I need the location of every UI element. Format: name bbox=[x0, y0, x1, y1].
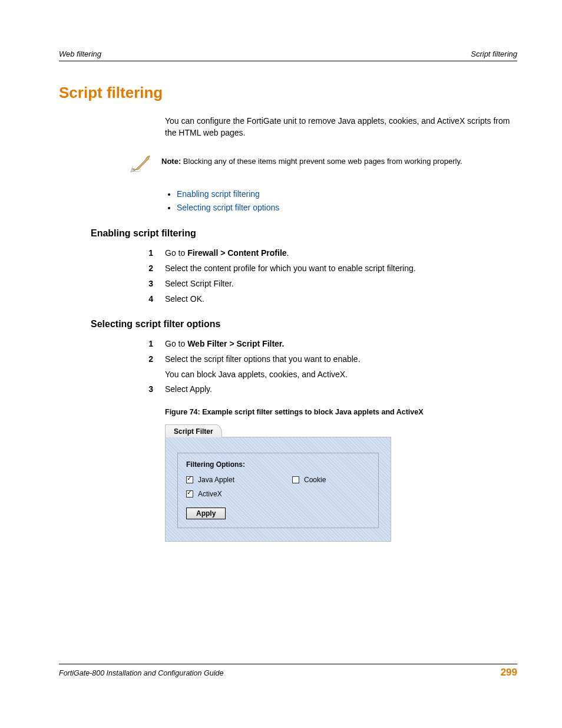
step-number: 2 bbox=[141, 261, 165, 276]
step-body: Select the script filter options that yo… bbox=[165, 352, 517, 383]
step-prefix: Go to bbox=[165, 248, 187, 258]
step-row: 2 Select the content profile for which y… bbox=[141, 261, 517, 276]
step-body: Select Apply. bbox=[165, 382, 517, 397]
step-number: 2 bbox=[141, 352, 165, 383]
step-body: Select OK. bbox=[165, 292, 517, 307]
note-label: Note: bbox=[161, 157, 181, 166]
step-body: Go to Web Filter > Script Filter. bbox=[165, 337, 517, 352]
toc-link-selecting[interactable]: Selecting script filter options bbox=[177, 203, 279, 212]
checkbox-java-applet[interactable] bbox=[186, 476, 193, 483]
step-row: 2 Select the script filter options that … bbox=[141, 352, 517, 383]
toc-link-enabling[interactable]: Enabling script filtering bbox=[177, 189, 260, 199]
footer-rule bbox=[59, 664, 517, 664]
footer-doc-title: FortiGate-800 Installation and Configura… bbox=[59, 669, 223, 677]
figure-caption: Figure 74: Example script filter setting… bbox=[165, 408, 517, 416]
step-text: Select the script filter options that yo… bbox=[165, 354, 361, 364]
checkbox-label-java: Java Applet bbox=[198, 476, 234, 484]
section-heading-selecting: Selecting script filter options bbox=[91, 319, 517, 330]
settings-panel: Filtering Options: Java Applet Cookie Ac… bbox=[165, 437, 391, 542]
toc-list: Enabling script filtering Selecting scri… bbox=[177, 187, 517, 216]
step-row: 3 Select Script Filter. bbox=[141, 276, 517, 292]
header-left: Web filtering bbox=[59, 50, 101, 58]
page-title: Script filtering bbox=[59, 84, 517, 102]
section-heading-enabling: Enabling script filtering bbox=[91, 228, 517, 239]
header-right: Script filtering bbox=[471, 50, 517, 58]
figure-screenshot: Script Filter Filtering Options: Java Ap… bbox=[165, 424, 391, 542]
checkbox-cookie[interactable] bbox=[292, 476, 299, 483]
panel-heading: Filtering Options: bbox=[186, 460, 370, 469]
intro-paragraph: You can configure the FortiGate unit to … bbox=[165, 115, 517, 139]
checkbox-label-cookie: Cookie bbox=[304, 476, 326, 484]
step-body: Select the content profile for which you… bbox=[165, 261, 517, 276]
step-number: 4 bbox=[141, 292, 165, 307]
step-bold: Web Filter > Script Filter. bbox=[187, 339, 284, 348]
note-body: Blocking any of these items might preven… bbox=[181, 157, 462, 166]
step-row: 1 Go to Firewall > Content Profile. bbox=[141, 246, 517, 261]
header-rule bbox=[59, 61, 517, 61]
note-text: Note: Blocking any of these items might … bbox=[161, 153, 462, 166]
step-number: 3 bbox=[141, 382, 165, 397]
page-number: 299 bbox=[501, 667, 517, 678]
checkbox-label-activex: ActiveX bbox=[198, 490, 222, 498]
step-bold: Firewall > Content Profile bbox=[187, 248, 286, 258]
options-fieldset: Filtering Options: Java Applet Cookie Ac… bbox=[177, 453, 379, 528]
checkbox-activex[interactable] bbox=[186, 490, 193, 498]
step-number: 1 bbox=[141, 337, 165, 352]
note-pencil-icon bbox=[130, 153, 153, 173]
note-block: Note: Blocking any of these items might … bbox=[130, 153, 517, 173]
step-body: Select Script Filter. bbox=[165, 276, 517, 292]
step-suffix: . bbox=[287, 248, 289, 258]
step-row: 1 Go to Web Filter > Script Filter. bbox=[141, 337, 517, 352]
step-prefix: Go to bbox=[165, 339, 187, 348]
tab-script-filter[interactable]: Script Filter bbox=[165, 424, 222, 437]
step-row: 3 Select Apply. bbox=[141, 382, 517, 397]
step-row: 4 Select OK. bbox=[141, 292, 517, 307]
step-number: 3 bbox=[141, 276, 165, 292]
step-number: 1 bbox=[141, 246, 165, 261]
step-body: Go to Firewall > Content Profile. bbox=[165, 246, 517, 261]
apply-button[interactable]: Apply bbox=[186, 508, 226, 519]
step-subtext: You can block Java applets, cookies, and… bbox=[165, 367, 517, 383]
